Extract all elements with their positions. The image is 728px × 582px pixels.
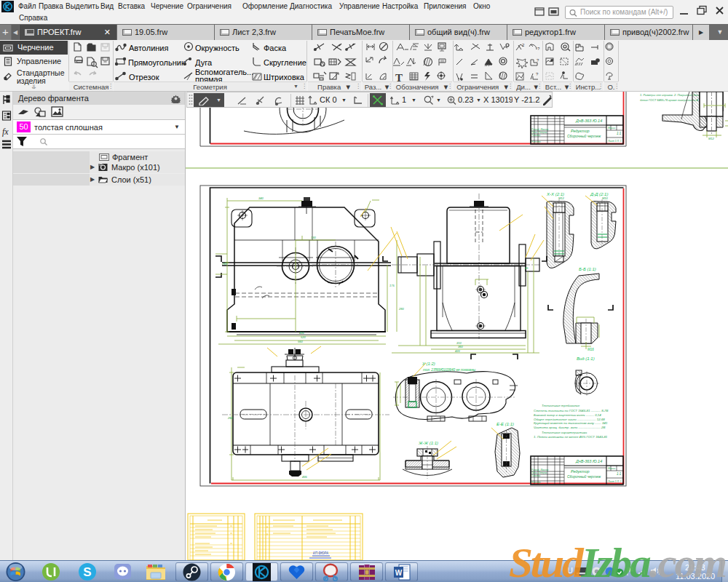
svg-text:560: 560 bbox=[298, 340, 303, 343]
svg-text:КП.ФЮРА: КП.ФЮРА bbox=[313, 551, 328, 555]
svg-text:М12: М12 bbox=[558, 196, 565, 200]
svg-text:Степень точности по ГОСТ 1643-: Степень точности по ГОСТ 1643-81 .......… bbox=[534, 409, 609, 412]
svg-text:М10: М10 bbox=[602, 196, 609, 200]
svg-text:М16: М16 bbox=[587, 348, 594, 351]
svg-text:280: 280 bbox=[398, 307, 404, 311]
svg-text:45: 45 bbox=[525, 266, 529, 270]
svg-text:175: 175 bbox=[389, 284, 395, 287]
svg-text:495: 495 bbox=[302, 475, 307, 479]
svg-text:Б-Б (1:1): Б-Б (1:1) bbox=[579, 267, 596, 271]
svg-text:?: ? bbox=[536, 72, 539, 76]
svg-text:495: 495 bbox=[299, 331, 304, 335]
svg-text:2: 2 bbox=[522, 43, 525, 47]
svg-text:260: 260 bbox=[227, 416, 233, 420]
svg-text:?: ? bbox=[537, 47, 540, 51]
svg-text:Е-Е (1:1): Е-Е (1:1) bbox=[496, 422, 514, 426]
svg-text:тол. 23569Ю103640 не показаны: тол. 23569Ю103640 не показаны bbox=[423, 368, 476, 372]
svg-text:Боковой зазор в зацеплении кол: Боковой зазор в зацеплении колес .......… bbox=[534, 413, 601, 417]
svg-text:Техническая характеристика: Техническая характеристика bbox=[542, 431, 587, 434]
svg-text:260: 260 bbox=[221, 262, 227, 266]
svg-text:130: 130 bbox=[311, 236, 316, 239]
svg-text:Технические требования: Технические требования bbox=[542, 404, 580, 407]
svg-text:420: 420 bbox=[455, 349, 460, 353]
svg-text:S: S bbox=[83, 565, 91, 579]
svg-text:Ж-Ж (1:1): Ж-Ж (1:1) bbox=[418, 441, 438, 445]
svg-text:360: 360 bbox=[458, 345, 463, 348]
svg-text:?: ? bbox=[537, 58, 539, 63]
svg-text:fx: fx bbox=[2, 127, 9, 137]
svg-text:1. Пятно контакта не менее 45%: 1. Пятно контакта не менее 45% ГОСТ 1643… bbox=[534, 435, 608, 439]
svg-text:Крутящий момент на тихоходном: Крутящий момент на тихоходном валу .....… bbox=[534, 421, 608, 425]
svg-text:Вид (1:1): Вид (1:1) bbox=[577, 356, 595, 361]
svg-text:W: W bbox=[395, 569, 403, 577]
svg-text:T: T bbox=[395, 72, 403, 81]
svg-text:520: 520 bbox=[301, 335, 306, 339]
svg-text:Общее передаточное число .....: Общее передаточное число ...............… bbox=[534, 418, 605, 421]
svg-text:М12: М12 bbox=[708, 137, 715, 140]
svg-text:Частота вращ. быстр. вала ....: Частота вращ. быстр. вала ..............… bbox=[534, 426, 606, 429]
svg-text:340: 340 bbox=[258, 196, 264, 200]
